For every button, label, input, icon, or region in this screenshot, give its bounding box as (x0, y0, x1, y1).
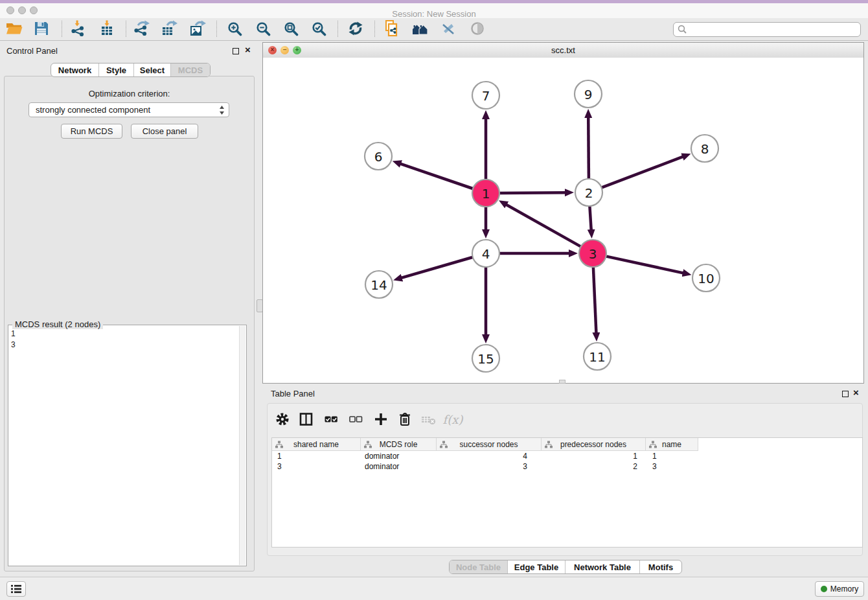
mcds-result-title: MCDS result (2 nodes) (12, 319, 103, 329)
titlebar: Session: New Session (0, 3, 868, 19)
column-header-MCDS-role[interactable]: MCDS role (361, 438, 437, 451)
network-view-window: × – + scc.txt 7968124314101511 (262, 42, 864, 384)
export-image-icon[interactable] (188, 19, 207, 38)
delete-column-icon[interactable] (396, 411, 413, 428)
save-session-icon[interactable] (32, 19, 51, 38)
table-body: 1dominator4113dominator323 (272, 451, 862, 472)
table-panel-tabs: Node TableEdge TableNetwork TableMotifs (449, 560, 682, 574)
control-panel-title: Control Panel (6, 46, 58, 56)
status-bar (0, 577, 868, 600)
table-cell[interactable]: 1 (646, 452, 698, 461)
select-all-icon[interactable] (323, 411, 339, 428)
edge-1-2[interactable] (500, 192, 567, 193)
window-title: Session: New Session (0, 9, 868, 19)
mcds-result-value: 3 (11, 340, 237, 351)
import-table-icon[interactable] (98, 19, 116, 38)
mcds-result-scrollbar[interactable] (239, 326, 246, 565)
table-settings-icon[interactable] (274, 411, 291, 428)
zoom-out-icon[interactable] (254, 19, 272, 38)
edge-4-14[interactable] (401, 257, 473, 278)
mcds-result-value: 1 (11, 329, 237, 340)
export-network-icon[interactable] (132, 19, 150, 38)
edge-2-3[interactable] (589, 207, 591, 231)
node-label-6: 6 (374, 149, 383, 165)
node-table[interactable]: shared nameMCDS rolesuccessor nodesprede… (271, 437, 863, 548)
export-table-icon[interactable] (160, 19, 178, 38)
open-session-icon[interactable] (5, 19, 23, 38)
node-label-8: 8 (701, 141, 709, 157)
zoom-fit-icon[interactable] (282, 19, 300, 38)
tab-network-table[interactable]: Network Table (565, 560, 640, 573)
table-cell[interactable]: 1 (272, 452, 361, 461)
table-cell[interactable]: dominator (361, 452, 437, 461)
home-icon[interactable] (411, 19, 429, 38)
refresh-icon[interactable] (347, 19, 365, 38)
hide-graphics-details-icon[interactable] (439, 19, 457, 38)
table-panel-close-icon[interactable]: × (853, 388, 859, 397)
close-panel-button[interactable]: Close panel (131, 124, 198, 139)
show-graphics-details-icon[interactable] (468, 19, 486, 38)
network-from-file-icon[interactable] (383, 19, 401, 38)
table-cell[interactable]: 3 (272, 462, 361, 471)
delete-table-icon[interactable] (420, 411, 437, 428)
table-cell[interactable]: dominator (361, 462, 437, 471)
column-header-predecessor-nodes[interactable]: predecessor nodes (542, 438, 646, 451)
tab-select[interactable]: Select (134, 63, 171, 76)
tab-node-table[interactable]: Node Table (450, 560, 508, 573)
edge-2-8[interactable] (602, 156, 683, 187)
column-header-shared-name[interactable]: shared name (272, 438, 361, 451)
table-cell[interactable]: 2 (542, 462, 646, 471)
tab-motifs[interactable]: Motifs (640, 560, 681, 573)
table-cell[interactable]: 4 (437, 452, 542, 461)
add-column-icon[interactable] (372, 411, 389, 428)
toolbar-separator (62, 21, 62, 37)
network-resize-handle[interactable] (559, 380, 565, 384)
table-panel-float-icon[interactable] (842, 391, 849, 397)
node-label-4: 4 (482, 246, 490, 262)
application-window: Session: New Session (0, 0, 868, 600)
toolbar-separator (126, 21, 126, 37)
optimization-criterion-label: Optimization criterion: (4, 89, 255, 98)
memory-button[interactable]: Memory (815, 581, 864, 597)
control-panel-close-icon[interactable]: × (245, 45, 251, 54)
column-header-successor-nodes[interactable]: successor nodes (437, 438, 542, 451)
search-input[interactable] (673, 22, 861, 37)
control-panel-float-icon[interactable] (233, 48, 239, 54)
network-canvas[interactable]: 7968124314101511 (263, 58, 863, 383)
table-row[interactable]: 1dominator411 (272, 451, 862, 461)
tab-mcds[interactable]: MCDS (171, 63, 210, 76)
import-network-icon[interactable] (69, 19, 87, 38)
node-label-9: 9 (584, 87, 593, 102)
node-label-7: 7 (482, 88, 490, 104)
mcds-result-text[interactable]: 13 (11, 329, 237, 563)
select-stepper-icon (219, 105, 225, 115)
zoom-selected-icon[interactable] (310, 19, 328, 38)
search-field (673, 22, 861, 37)
function-builder-icon[interactable]: f(x) (444, 411, 461, 428)
tab-network[interactable]: Network (51, 63, 99, 76)
edge-3-10[interactable] (606, 257, 684, 273)
criterion-select[interactable]: strongly connected component (29, 102, 229, 117)
node-label-10: 10 (698, 271, 714, 286)
toolbar-separator (374, 21, 375, 37)
tab-style[interactable]: Style (99, 63, 134, 76)
zoom-in-icon[interactable] (225, 19, 244, 38)
edge-1-6[interactable] (400, 163, 473, 189)
task-history-button[interactable] (6, 581, 26, 597)
edge-2-9[interactable] (588, 117, 589, 179)
tab-edge-table[interactable]: Edge Table (508, 560, 565, 573)
split-view-icon[interactable] (297, 411, 314, 428)
edge-3-11[interactable] (593, 268, 597, 334)
column-header-name[interactable]: name (646, 438, 698, 451)
node-label-2: 2 (585, 185, 593, 201)
network-graph: 7968124314101511 (263, 58, 863, 383)
table-row[interactable]: 3dominator323 (272, 461, 862, 472)
network-window-titlebar[interactable]: × – + scc.txt (263, 43, 863, 58)
edge-3-1[interactable] (506, 204, 581, 246)
unselect-all-icon[interactable] (347, 411, 364, 428)
table-cell[interactable]: 3 (646, 462, 698, 471)
table-panel-title: Table Panel (271, 389, 315, 398)
table-cell[interactable]: 1 (542, 452, 646, 461)
run-mcds-button[interactable]: Run MCDS (61, 124, 122, 139)
table-cell[interactable]: 3 (437, 462, 542, 471)
